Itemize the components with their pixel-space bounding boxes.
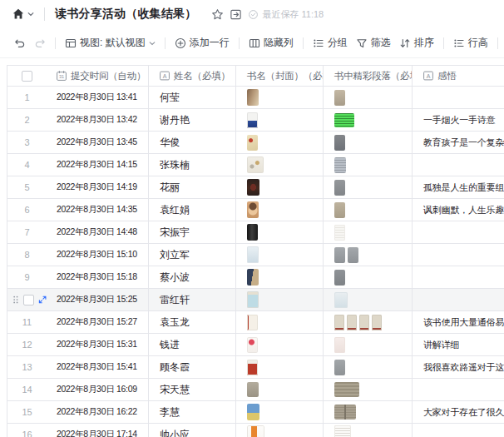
group-button[interactable]: 分组: [309, 32, 352, 53]
cell-passages[interactable]: [324, 289, 413, 310]
cell-name[interactable]: 刘立军: [149, 244, 236, 266]
book-cover-thumbnail[interactable]: [247, 246, 259, 263]
cell-note[interactable]: 我很喜欢路遥对于这...: [413, 356, 504, 378]
home-button[interactable]: [12, 7, 34, 21]
table-row[interactable]: 14 2022年8月30日 16:09 宋天慧: [7, 379, 504, 401]
table-row[interactable]: 7 2022年8月30日 14:48 宋振宇: [7, 221, 504, 244]
passage-thumbnail[interactable]: [359, 315, 369, 330]
cell-name[interactable]: 李慧: [149, 401, 236, 423]
row-checkbox[interactable]: [23, 295, 34, 305]
cell-book-cover[interactable]: [236, 109, 324, 131]
cell-submit-time[interactable]: 2022年8月30日 15:27: [47, 311, 149, 333]
cell-passages[interactable]: [324, 154, 413, 176]
cell-book-cover[interactable]: [236, 199, 324, 221]
cell-submit-time[interactable]: 2022年8月30日 14:48: [47, 221, 149, 243]
cell-submit-time[interactable]: 2022年8月30日 15:31: [47, 334, 149, 355]
cell-book-cover[interactable]: [236, 334, 324, 355]
book-cover-thumbnail[interactable]: [247, 89, 259, 106]
cell-book-cover[interactable]: [236, 176, 324, 198]
view-switcher[interactable]: 视图: 默认视图: [61, 32, 160, 53]
passage-thumbnail[interactable]: [348, 247, 358, 263]
cell-name[interactable]: 袁红娟: [149, 199, 236, 221]
cell-book-cover[interactable]: [236, 379, 324, 400]
book-cover-thumbnail[interactable]: [247, 112, 258, 128]
column-header-note[interactable]: A 感悟: [413, 66, 504, 86]
cell-book-cover[interactable]: [236, 154, 324, 176]
cell-name[interactable]: 谢丹艳: [149, 109, 236, 131]
cell-submit-time[interactable]: 2022年8月30日 14:19: [47, 176, 149, 198]
passage-thumbnail[interactable]: [334, 202, 345, 218]
passage-thumbnail[interactable]: [334, 405, 356, 420]
passage-thumbnail[interactable]: [334, 360, 345, 375]
passage-thumbnail[interactable]: [334, 425, 351, 437]
column-header-submit-time[interactable]: 31 提交时间（自动）: [47, 66, 149, 86]
column-header-name[interactable]: A 姓名（必填）: [149, 66, 236, 86]
table-row[interactable]: 5 2022年8月30日 14:19 花丽 孤独是人生的重要组...: [7, 176, 504, 199]
cell-passages[interactable]: [324, 334, 413, 355]
hide-fields-button[interactable]: 隐藏列: [245, 32, 298, 53]
cell-book-cover[interactable]: [236, 289, 324, 310]
column-header-passages[interactable]: 书中精彩段落（必填）: [324, 66, 413, 86]
cell-book-cover[interactable]: [236, 401, 324, 423]
sort-button[interactable]: 排序: [395, 32, 438, 53]
cell-submit-time[interactable]: 2022年8月30日 14:15: [47, 154, 149, 176]
table-row[interactable]: 8 2022年8月30日 15:10 刘立军: [7, 244, 504, 266]
star-button[interactable]: [208, 5, 226, 23]
table-row[interactable]: 10 2022年8月30日 15:25 雷红轩: [7, 289, 504, 311]
cell-note[interactable]: [413, 221, 504, 243]
select-all-checkbox[interactable]: [22, 71, 32, 82]
cell-passages[interactable]: [324, 424, 413, 437]
cell-passages[interactable]: [324, 311, 413, 333]
book-cover-thumbnail[interactable]: [247, 135, 258, 151]
book-cover-thumbnail[interactable]: [247, 360, 258, 375]
table-row[interactable]: 9 2022年8月30日 15:18 蔡小波: [7, 266, 504, 289]
cell-book-cover[interactable]: [236, 266, 324, 288]
table-row[interactable]: 2 2022年8月30日 13:42 谢丹艳 一手烟火一手诗意: [7, 109, 504, 132]
cell-book-cover[interactable]: [236, 87, 324, 108]
table-row[interactable]: 4 2022年8月30日 14:15 张珠楠: [7, 154, 504, 176]
filter-button[interactable]: 筛选: [352, 32, 395, 53]
cell-passages[interactable]: [324, 356, 413, 378]
cell-book-cover[interactable]: [236, 424, 324, 437]
cell-name[interactable]: 蔡小波: [149, 266, 236, 288]
cell-submit-time[interactable]: 2022年8月30日 13:42: [47, 109, 149, 131]
book-cover-thumbnail[interactable]: [247, 404, 259, 420]
passage-thumbnail[interactable]: [334, 113, 354, 127]
cell-note[interactable]: 一手烟火一手诗意: [413, 109, 504, 131]
cell-submit-time[interactable]: 2022年8月30日 13:41: [47, 87, 149, 108]
passage-thumbnail[interactable]: [347, 315, 357, 330]
cell-book-cover[interactable]: [236, 311, 324, 333]
cell-note[interactable]: [413, 87, 504, 108]
cell-passages[interactable]: [324, 176, 413, 198]
book-cover-thumbnail[interactable]: [247, 224, 258, 241]
table-row[interactable]: 11 2022年8月30日 15:27 袁玉龙 该书使用大量通俗易...: [7, 311, 504, 334]
cell-name[interactable]: 帅小应: [149, 424, 236, 437]
table-row[interactable]: 13 2022年8月30日 15:41 顾冬霞 我很喜欢路遥对于这...: [7, 356, 504, 379]
column-header-book-cover[interactable]: 书名（封面）（必填）: [236, 66, 324, 86]
passage-thumbnail[interactable]: [334, 135, 345, 151]
cell-name[interactable]: 花丽: [149, 176, 236, 198]
add-row-button[interactable]: 添加一行: [170, 32, 234, 53]
cell-name[interactable]: 袁玉龙: [149, 311, 236, 333]
row-height-button[interactable]: 行高: [449, 32, 492, 53]
book-cover-thumbnail[interactable]: [247, 269, 259, 286]
cell-note[interactable]: [413, 289, 504, 310]
cell-passages[interactable]: [324, 199, 413, 221]
cell-note[interactable]: [413, 266, 504, 288]
undo-button[interactable]: [10, 34, 30, 52]
cell-passages[interactable]: [324, 221, 413, 243]
passage-thumbnail[interactable]: [334, 225, 345, 241]
table-row[interactable]: 3 2022年8月30日 13:45 华俊 教育孩子是一个复杂...: [7, 132, 504, 154]
cell-book-cover[interactable]: [236, 356, 324, 378]
cell-name[interactable]: 宋振宇: [149, 221, 236, 243]
book-cover-thumbnail[interactable]: [247, 382, 259, 397]
cell-name[interactable]: 顾冬霞: [149, 356, 236, 378]
cell-passages[interactable]: [324, 244, 413, 266]
cell-name[interactable]: 钱进: [149, 334, 236, 355]
cell-passages[interactable]: [324, 266, 413, 288]
cell-note[interactable]: 该书使用大量通俗易...: [413, 311, 504, 333]
table-row[interactable]: 12 2022年8月30日 15:31 钱进 讲解详细: [7, 334, 504, 356]
cell-note[interactable]: 讲解详细: [413, 334, 504, 355]
cell-passages[interactable]: [324, 109, 413, 131]
cell-note[interactable]: 教育孩子是一个复杂...: [413, 132, 504, 153]
